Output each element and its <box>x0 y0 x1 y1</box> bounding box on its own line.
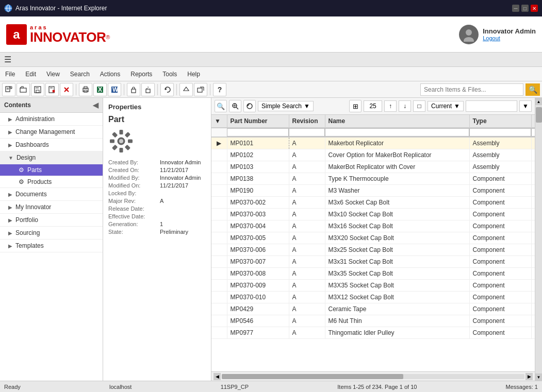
menu-actions[interactable]: Actions <box>95 69 125 80</box>
sidebar-item-templates[interactable]: ▶ Templates <box>0 240 103 252</box>
table-row[interactable]: MP0370-009 A M3X35 Socket Cap Bolt Compo… <box>211 280 535 292</box>
minimize-button[interactable]: ─ <box>512 5 519 12</box>
table-row[interactable]: MP0370-006 A M3x25 Socket Cap Bolt Compo… <box>211 244 535 256</box>
menu-search[interactable]: Search <box>65 69 95 80</box>
filter-type[interactable] <box>469 128 531 137</box>
table-row[interactable]: MP0370-005 A M3X20 Socket Cap Bolt Compo… <box>211 232 535 244</box>
col-header-name[interactable]: Name <box>325 115 469 128</box>
search-reset-button[interactable] <box>243 100 256 112</box>
menu-help[interactable]: Help <box>182 69 205 80</box>
menu-reports[interactable]: Reports <box>125 69 157 80</box>
search-mode-dropdown[interactable]: Simple Search ▼ <box>258 101 314 111</box>
col-header-state[interactable]: State <box>531 115 535 128</box>
table-row[interactable]: MP0102 A Cover Option for MakerBot Repli… <box>211 149 535 161</box>
svg-rect-11 <box>20 88 26 92</box>
table-row[interactable]: MP0370-004 A M3x16 Socket Cap Bolt Compo… <box>211 220 535 232</box>
export-word-button[interactable]: W <box>108 83 121 96</box>
columns-button[interactable]: ⊞ <box>349 100 362 112</box>
sidebar-subitem-parts[interactable]: ⚙ Parts <box>0 164 103 176</box>
table-row[interactable]: MP0370-008 A M3x35 Socket Cap Bolt Compo… <box>211 268 535 280</box>
undo-button[interactable] <box>160 83 174 96</box>
sidebar-item-portfolio[interactable]: ▶ Portfolio <box>0 214 103 227</box>
table-row[interactable]: MP0977 A Thingomatic Idler Pulley Compon… <box>211 327 535 339</box>
svg-rect-42 <box>112 145 118 150</box>
sidebar-label-my-innovator: My Innovator <box>15 203 51 211</box>
scrollbar-thumb <box>222 374 403 379</box>
open-button[interactable] <box>17 83 30 96</box>
col-header-revision[interactable]: Revision <box>289 115 325 128</box>
scroll-right-button[interactable]: ▶ <box>525 373 533 380</box>
unlock-button[interactable] <box>141 83 155 96</box>
sidebar-item-dashboards[interactable]: ▶ Dashboards <box>0 139 103 151</box>
vertical-scrollbar[interactable]: ▲ ▼ <box>535 98 542 381</box>
logout-link[interactable]: Logout <box>483 35 536 41</box>
promote-button[interactable] <box>179 83 193 96</box>
sidebar-item-change-management[interactable]: ▶ Change Management <box>0 126 103 139</box>
svg-rect-43 <box>110 140 114 143</box>
table-row[interactable]: MP0370-003 A M3x10 Socket Cap Bolt Compo… <box>211 209 535 220</box>
filter-name[interactable] <box>325 128 469 137</box>
cell-state: Prelimin <box>531 303 535 315</box>
claim-button[interactable] <box>194 83 207 96</box>
table-row[interactable]: MP0370-007 A M3x31 Socket Cap Bolt Compo… <box>211 256 535 268</box>
sidebar-collapse-button[interactable]: ◀ <box>93 101 98 109</box>
horizontal-scrollbar[interactable]: ◀ ▶ <box>211 371 535 381</box>
state-input[interactable] <box>466 100 517 112</box>
table-row[interactable]: MP0103 A MakerBot Replicator with Cover … <box>211 161 535 173</box>
col-header-select: ▼ <box>211 115 227 128</box>
table-row[interactable]: ▶ MP0101 A Makerbot Replicator Assembly … <box>211 137 535 149</box>
menu-view[interactable]: View <box>41 69 65 80</box>
sidebar-item-sourcing[interactable]: ▶ Sourcing <box>0 227 103 240</box>
filter-revision[interactable] <box>289 128 325 137</box>
sidebar-item-administration[interactable]: ▶ Administration <box>0 113 103 126</box>
print-button[interactable] <box>79 83 92 96</box>
toolbar: X W ? 🔍 <box>0 81 542 98</box>
row-indicator <box>211 220 227 232</box>
col-header-part-number[interactable]: Part Number <box>227 115 289 128</box>
maximize-button[interactable]: □ <box>521 5 529 12</box>
table-row[interactable]: MP0370-002 A M3x6 Socket Cap Bolt Compon… <box>211 197 535 209</box>
lock-button[interactable] <box>127 83 140 96</box>
cell-revision: A <box>289 292 325 303</box>
expand-arrow: ▶ <box>8 217 12 223</box>
sidebar-item-my-innovator[interactable]: ▶ My Innovator <box>0 201 103 214</box>
search-button[interactable]: 🔍 <box>525 83 540 96</box>
scroll-left-button[interactable]: ◀ <box>213 373 221 380</box>
table-row[interactable]: MP0429 A Ceramic Tape Component Prelimin <box>211 303 535 315</box>
filter-state[interactable] <box>531 128 535 137</box>
table-row[interactable]: MP0138 A Type K Thermocouple Component P… <box>211 173 535 185</box>
sort-asc-button[interactable]: ↑ <box>384 100 397 112</box>
table-row[interactable]: MP0190 A M3 Washer Component Prelimin <box>211 185 535 197</box>
scroll-down-button[interactable]: ▼ <box>535 373 543 381</box>
save-close-button[interactable] <box>45 83 59 96</box>
sidebar-subitem-products[interactable]: ⚙ Products <box>0 176 103 188</box>
more-options-button[interactable]: ▼ <box>519 100 532 112</box>
col-header-type[interactable]: Type <box>469 115 531 128</box>
layout-button[interactable]: □ <box>413 100 425 112</box>
search-advanced-button[interactable] <box>229 100 241 112</box>
export-excel-button[interactable]: X <box>93 83 107 96</box>
menu-file[interactable]: File <box>0 69 20 80</box>
table-row[interactable]: MP0370-010 A M3X12 Socket Cap Bolt Compo… <box>211 292 535 303</box>
close-button[interactable]: ✕ <box>531 5 538 12</box>
scroll-up-button[interactable]: ▲ <box>535 98 543 105</box>
sidebar-item-documents[interactable]: ▶ Documents <box>0 188 103 201</box>
new-button[interactable] <box>2 83 15 96</box>
sidebar-item-design[interactable]: ▼ Design <box>0 151 103 164</box>
help-button[interactable]: ? <box>213 83 226 96</box>
page-mode-dropdown[interactable]: Current ▼ <box>428 101 464 111</box>
table-row[interactable]: MP0546 A M6 Nut Thin Component Prelimin <box>211 315 535 327</box>
count-input[interactable] <box>364 100 382 112</box>
sidebar: Contents ◀ ▶ Administration ▶ Change Man… <box>0 98 103 381</box>
delete-button[interactable] <box>60 83 73 96</box>
sort-desc-button[interactable]: ↓ <box>399 100 411 112</box>
menu-tools[interactable]: Tools <box>157 69 182 80</box>
hamburger-menu[interactable]: ☰ <box>4 55 11 64</box>
filter-part-number[interactable] <box>227 128 289 137</box>
menu-edit[interactable]: Edit <box>20 69 41 80</box>
prop-value: Preliminary <box>160 229 188 235</box>
save-button[interactable] <box>31 83 44 96</box>
search-run-button[interactable]: 🔍 <box>215 100 227 112</box>
search-input[interactable] <box>420 83 523 96</box>
scrollbar-track[interactable] <box>222 374 524 379</box>
